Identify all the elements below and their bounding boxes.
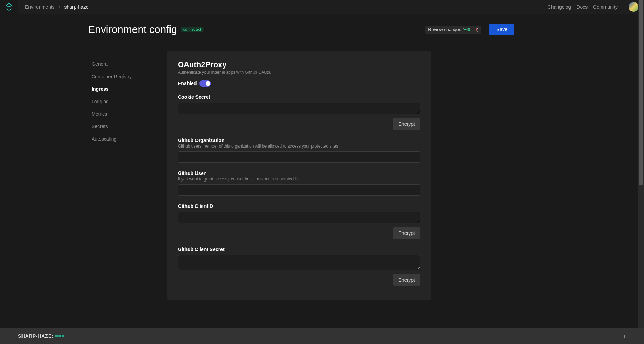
content-panel: OAuth2Proxy Authenticate your internal a…	[167, 51, 431, 300]
nav-docs[interactable]: Docs	[576, 4, 588, 10]
github-org-label: Github Organization	[178, 138, 420, 143]
statusbar: SHARP-HAZE: ↑	[0, 328, 644, 344]
main-layout: General Container Registry Ingress Loggi…	[0, 44, 644, 300]
review-suffix: )	[477, 27, 478, 32]
github-client-secret-encrypt-button[interactable]: Encrypt	[393, 274, 420, 286]
field-github-clientid: Github ClientID Encrypt	[178, 203, 420, 239]
status-dot	[62, 335, 64, 337]
review-changes-button[interactable]: Review changes (+35 -0)	[425, 26, 481, 34]
breadcrumb: Environments / sharp-haze	[25, 4, 89, 10]
status-badge: connected	[181, 27, 204, 32]
page-title: Environment config connected	[88, 24, 204, 35]
cookie-secret-input[interactable]	[178, 103, 420, 114]
save-button[interactable]: Save	[489, 24, 514, 35]
field-github-user: Github User If you want to grant access …	[178, 170, 420, 196]
review-prefix: Review changes (	[428, 27, 464, 32]
review-plus: +35	[464, 27, 472, 32]
nav-changelog[interactable]: Changelog	[548, 4, 571, 10]
scrollbar[interactable]	[638, 0, 644, 344]
statusbar-env-name: SHARP-HAZE:	[18, 333, 53, 339]
logo[interactable]	[0, 0, 18, 14]
sidebar-item-autoscaling[interactable]: Autoscaling	[88, 133, 167, 145]
enabled-row: Enabled	[178, 80, 420, 87]
section-subtitle: Authenticate your internal apps with Git…	[178, 70, 420, 75]
section-title: OAuth2Proxy	[178, 60, 420, 69]
topnav-right: Changelog Docs Community	[548, 2, 638, 12]
logo-icon	[5, 3, 13, 11]
github-user-help: If you want to grant access per user bas…	[178, 177, 420, 182]
github-clientid-label: Github ClientID	[178, 203, 420, 209]
sidebar-item-general[interactable]: General	[88, 58, 167, 70]
breadcrumb-separator: /	[59, 4, 60, 10]
sidebar-item-metrics[interactable]: Metrics	[88, 108, 167, 120]
field-github-org: Github Organization Github users member …	[178, 138, 420, 163]
expand-statusbar-icon[interactable]: ↑	[623, 333, 626, 340]
status-dots	[55, 335, 64, 337]
enabled-toggle[interactable]	[199, 80, 211, 87]
scrollbar-thumb[interactable]	[639, 5, 643, 185]
enabled-label: Enabled	[178, 81, 197, 86]
github-client-secret-input[interactable]	[178, 255, 420, 270]
scrollbar-arrow-up[interactable]	[639, 0, 643, 5]
breadcrumb-root[interactable]: Environments	[25, 4, 55, 10]
cookie-secret-encrypt-button[interactable]: Encrypt	[393, 118, 420, 130]
github-user-input[interactable]	[178, 184, 420, 196]
avatar[interactable]	[629, 2, 638, 12]
topbar: Environments / sharp-haze Changelog Docs…	[0, 0, 644, 14]
github-user-label: Github User	[178, 170, 420, 176]
sidebar-item-secrets[interactable]: Secrets	[88, 120, 167, 133]
sidebar: General Container Registry Ingress Loggi…	[88, 47, 167, 300]
sidebar-item-container-registry[interactable]: Container Registry	[88, 70, 167, 83]
sidebar-item-ingress[interactable]: Ingress	[88, 83, 167, 95]
github-org-help: Github users member of this organization…	[178, 144, 420, 149]
status-dot	[58, 335, 61, 337]
cookie-secret-label: Cookie Secret	[178, 94, 420, 100]
field-github-client-secret: Github Client Secret Encrypt	[178, 247, 420, 286]
nav-community[interactable]: Community	[593, 4, 618, 10]
breadcrumb-current[interactable]: sharp-haze	[64, 4, 88, 10]
review-minus: -0	[472, 27, 477, 32]
github-clientid-input[interactable]	[178, 212, 420, 223]
field-cookie-secret: Cookie Secret Encrypt	[178, 94, 420, 130]
page-header: Environment config connected Review chan…	[0, 14, 644, 44]
status-dot	[55, 335, 58, 337]
github-org-input[interactable]	[178, 151, 420, 163]
page-title-text: Environment config	[88, 24, 177, 35]
sidebar-item-logging[interactable]: Logging	[88, 95, 167, 108]
github-clientid-encrypt-button[interactable]: Encrypt	[393, 227, 420, 239]
github-client-secret-label: Github Client Secret	[178, 247, 420, 252]
